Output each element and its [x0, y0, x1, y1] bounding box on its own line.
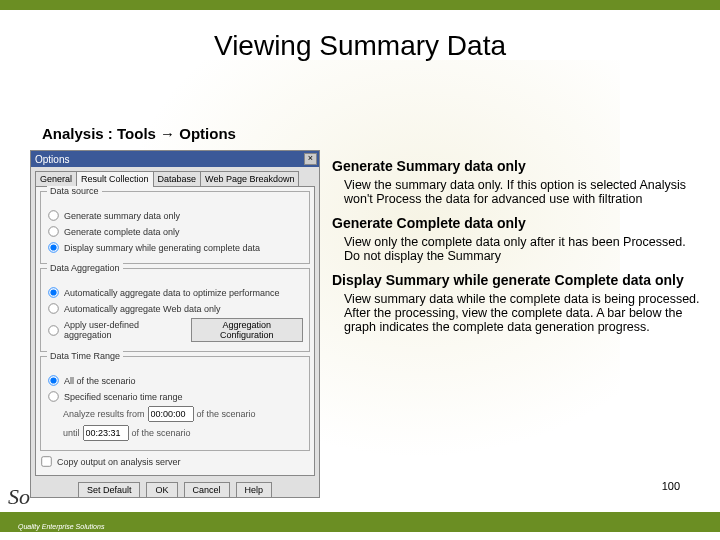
- group-data-time-range: Data Time Range All of the scenario Spec…: [40, 356, 310, 451]
- radio-specified-range-input[interactable]: [48, 391, 58, 401]
- aggregation-config-button[interactable]: Aggregation Configuration: [191, 318, 303, 342]
- radio-summary-only[interactable]: Generate summary data only: [47, 209, 303, 222]
- radio-complete-only-input[interactable]: [48, 226, 58, 236]
- radio-summary-while-complete-input[interactable]: [48, 242, 58, 252]
- check-copy-output-label: Copy output on analysis server: [57, 457, 181, 467]
- group-data-time-range-title: Data Time Range: [47, 351, 123, 361]
- radio-user-defined-agg[interactable]: Apply user-defined aggregation Aggregati…: [47, 318, 303, 342]
- radio-complete-only-label: Generate complete data only: [64, 227, 180, 237]
- group-data-source-title: Data source: [47, 186, 102, 196]
- radio-auto-aggregate[interactable]: Automatically aggregate data to optimize…: [47, 286, 303, 299]
- explanation-panel: Generate Summary data only View the summ…: [332, 152, 704, 343]
- radio-auto-aggregate-web-input[interactable]: [48, 303, 58, 313]
- tab-database[interactable]: Database: [153, 171, 202, 187]
- time-from-row: Analyze results from of the scenario: [63, 406, 303, 422]
- time-from-input[interactable]: [148, 406, 194, 422]
- dialog-titlebar: Options ×: [31, 151, 319, 167]
- tab-web-page-breakdown[interactable]: Web Page Breakdown: [200, 171, 299, 187]
- time-until-label: until: [63, 428, 80, 438]
- radio-summary-while-complete[interactable]: Display summary while generating complet…: [47, 241, 303, 254]
- time-from-suffix: of the scenario: [197, 409, 256, 419]
- desc-summary-only: View the summary data only. If this opti…: [344, 178, 704, 207]
- radio-all-scenario-input[interactable]: [48, 375, 58, 385]
- tab-result-collection[interactable]: Result Collection: [76, 171, 154, 187]
- breadcrumb: Analysis : Tools → Options: [42, 125, 236, 142]
- time-until-row: until of the scenario: [63, 425, 303, 441]
- group-data-source: Data source Generate summary data only G…: [40, 191, 310, 264]
- set-default-button[interactable]: Set Default: [78, 482, 141, 498]
- heading-summary-while-complete: Display Summary while generate Complete …: [332, 272, 704, 288]
- dialog-title: Options: [35, 154, 69, 165]
- radio-auto-aggregate-label: Automatically aggregate data to optimize…: [64, 288, 280, 298]
- radio-auto-aggregate-input[interactable]: [48, 287, 58, 297]
- group-data-aggregation: Data Aggregation Automatically aggregate…: [40, 268, 310, 352]
- page-title: Viewing Summary Data: [0, 30, 720, 62]
- radio-all-scenario-label: All of the scenario: [64, 376, 136, 386]
- radio-all-scenario[interactable]: All of the scenario: [47, 374, 303, 387]
- logo-text: So: [8, 484, 30, 510]
- desc-complete-only: View only the complete data only after i…: [344, 235, 704, 264]
- heading-complete-only: Generate Complete data only: [332, 215, 704, 231]
- radio-summary-only-input[interactable]: [48, 210, 58, 220]
- page-number: 100: [662, 480, 680, 492]
- logo-subtitle: Quality Enterprise Solutions: [18, 523, 104, 530]
- group-data-aggregation-title: Data Aggregation: [47, 263, 123, 273]
- time-until-input[interactable]: [83, 425, 129, 441]
- heading-summary-only: Generate Summary data only: [332, 158, 704, 174]
- radio-auto-aggregate-web-label: Automatically aggregate Web data only: [64, 304, 220, 314]
- cancel-button[interactable]: Cancel: [184, 482, 230, 498]
- tab-body: Data source Generate summary data only G…: [35, 186, 315, 476]
- radio-auto-aggregate-web[interactable]: Automatically aggregate Web data only: [47, 302, 303, 315]
- bottom-accent-bar: [0, 512, 720, 532]
- check-copy-output-input[interactable]: [41, 456, 51, 466]
- ok-button[interactable]: OK: [146, 482, 177, 498]
- radio-summary-only-label: Generate summary data only: [64, 211, 180, 221]
- radio-specified-range[interactable]: Specified scenario time range: [47, 390, 303, 403]
- help-button[interactable]: Help: [236, 482, 273, 498]
- time-until-suffix: of the scenario: [132, 428, 191, 438]
- radio-user-defined-agg-input[interactable]: [48, 325, 58, 335]
- dialog-tabs: General Result Collection Database Web P…: [35, 171, 315, 187]
- options-dialog: Options × General Result Collection Data…: [30, 150, 320, 498]
- desc-summary-while-complete: View summary data while the complete dat…: [344, 292, 704, 335]
- time-from-label: Analyze results from: [63, 409, 145, 419]
- radio-summary-while-complete-label: Display summary while generating complet…: [64, 243, 260, 253]
- radio-specified-range-label: Specified scenario time range: [64, 392, 183, 402]
- dialog-button-row: Set Default OK Cancel Help: [31, 480, 319, 502]
- radio-complete-only[interactable]: Generate complete data only: [47, 225, 303, 238]
- radio-user-defined-agg-label: Apply user-defined aggregation: [64, 320, 187, 340]
- tab-general[interactable]: General: [35, 171, 77, 187]
- close-icon[interactable]: ×: [304, 153, 317, 165]
- top-accent-bar: [0, 0, 720, 10]
- check-copy-output[interactable]: Copy output on analysis server: [40, 455, 310, 468]
